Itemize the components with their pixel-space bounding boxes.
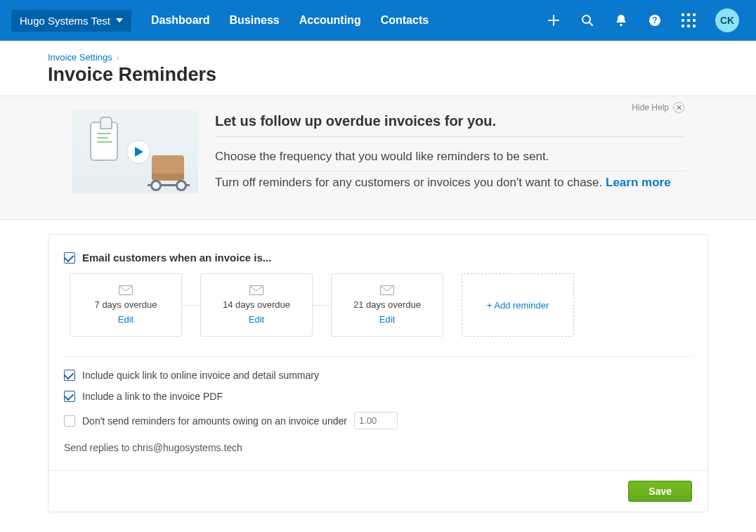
reminder-label: 7 days overdue	[95, 299, 157, 310]
hide-help-button[interactable]: Hide Help ✕	[632, 102, 684, 113]
help-title: Let us follow up overdue invoices for yo…	[215, 113, 684, 137]
reminder-item: 21 days overdue Edit	[331, 273, 443, 337]
reminder-list: 7 days overdue Edit 14 days overdue Edit…	[64, 273, 692, 337]
replies-email: chris@hugosystems.tech	[132, 442, 242, 453]
page-header: Invoice Settings › Invoice Reminders	[0, 41, 756, 96]
svg-text:?: ?	[652, 15, 657, 25]
close-icon: ✕	[673, 102, 684, 113]
help-icon[interactable]: ?	[648, 13, 662, 27]
org-switcher[interactable]: Hugo Systems Test	[11, 10, 131, 32]
add-reminder-button[interactable]: + Add reminder	[462, 273, 574, 337]
envelope-icon	[119, 285, 133, 295]
help-line-2-text: Turn off reminders for any customers or …	[215, 176, 606, 189]
breadcrumb-parent[interactable]: Invoice Settings	[48, 52, 112, 63]
replies-line: Send replies to chris@hugosystems.tech	[64, 442, 692, 453]
option-threshold: Don't send reminders for amounts owing o…	[64, 412, 692, 429]
chevron-right-icon: ›	[117, 53, 119, 62]
threshold-label: Don't send reminders for amounts owing o…	[82, 415, 347, 427]
help-line-1: Choose the frequency that you would like…	[215, 145, 684, 171]
email-when-checkbox[interactable]	[64, 252, 75, 264]
help-banner: Hide Help ✕ Let us follow up overdue inv…	[0, 96, 756, 220]
envelope-icon	[380, 285, 394, 295]
play-button[interactable]	[126, 140, 150, 164]
caret-down-icon	[116, 18, 123, 22]
pdf-checkbox[interactable]	[64, 391, 75, 402]
reminder-edit-link[interactable]: Edit	[249, 314, 264, 325]
page-title: Invoice Reminders	[48, 64, 739, 86]
search-icon[interactable]	[580, 13, 594, 27]
hide-help-label: Hide Help	[632, 103, 669, 112]
breadcrumb: Invoice Settings ›	[48, 52, 739, 63]
play-icon	[135, 147, 143, 157]
reminder-item: 14 days overdue Edit	[200, 273, 313, 337]
reminder-edit-link[interactable]: Edit	[379, 314, 395, 325]
connector-line	[312, 305, 330, 306]
nav-dashboard[interactable]: Dashboard	[151, 14, 210, 27]
reminder-label: 14 days overdue	[223, 299, 290, 310]
nav-contacts[interactable]: Contacts	[381, 14, 429, 27]
primary-nav: Dashboard Business Accounting Contacts	[151, 14, 429, 27]
threshold-checkbox[interactable]	[64, 415, 75, 427]
avatar-initials: CK	[720, 15, 734, 26]
clipboard-illustration	[90, 122, 118, 161]
option-pdf: Include a link to the invoice PDF	[64, 391, 692, 402]
option-quicklink: Include quick link to online invoice and…	[64, 370, 692, 381]
envelope-icon	[249, 285, 263, 295]
nav-utility: ? CK	[547, 8, 739, 32]
svg-point-1	[620, 24, 622, 26]
reminder-item: 7 days overdue Edit	[70, 273, 182, 337]
save-button[interactable]: Save	[628, 481, 692, 502]
divider	[64, 356, 692, 357]
plus-icon[interactable]	[547, 13, 561, 27]
learn-more-link[interactable]: Learn more	[606, 176, 671, 189]
reminder-edit-link[interactable]: Edit	[118, 314, 133, 325]
card-footer: Save	[48, 470, 708, 512]
bell-icon[interactable]	[614, 13, 628, 27]
email-when-label: Email customers when an invoice is...	[82, 252, 271, 264]
connector-line	[181, 305, 200, 306]
apps-icon[interactable]	[682, 13, 696, 27]
help-line-2: Turn off reminders for any customers or …	[215, 171, 684, 197]
email-when-heading: Email customers when an invoice is...	[64, 252, 692, 264]
nav-business[interactable]: Business	[230, 14, 280, 27]
nav-accounting[interactable]: Accounting	[299, 14, 361, 27]
avatar[interactable]: CK	[715, 8, 739, 32]
add-reminder-label: + Add reminder	[487, 300, 549, 311]
quicklink-checkbox[interactable]	[64, 370, 75, 381]
cart-illustration	[148, 181, 190, 186]
box-illustration	[152, 155, 184, 181]
top-nav: Hugo Systems Test Dashboard Business Acc…	[0, 0, 756, 41]
help-text: Let us follow up overdue invoices for yo…	[215, 110, 684, 197]
reminder-label: 21 days overdue	[353, 299, 421, 310]
reminders-card: Email customers when an invoice is... 7 …	[48, 234, 708, 512]
quicklink-label: Include quick link to online invoice and…	[82, 370, 319, 381]
pdf-label: Include a link to the invoice PDF	[82, 391, 223, 402]
help-video-thumbnail[interactable]	[72, 110, 198, 193]
replies-prefix: Send replies to	[64, 442, 132, 453]
org-name: Hugo Systems Test	[20, 15, 110, 27]
threshold-input[interactable]	[354, 412, 398, 429]
